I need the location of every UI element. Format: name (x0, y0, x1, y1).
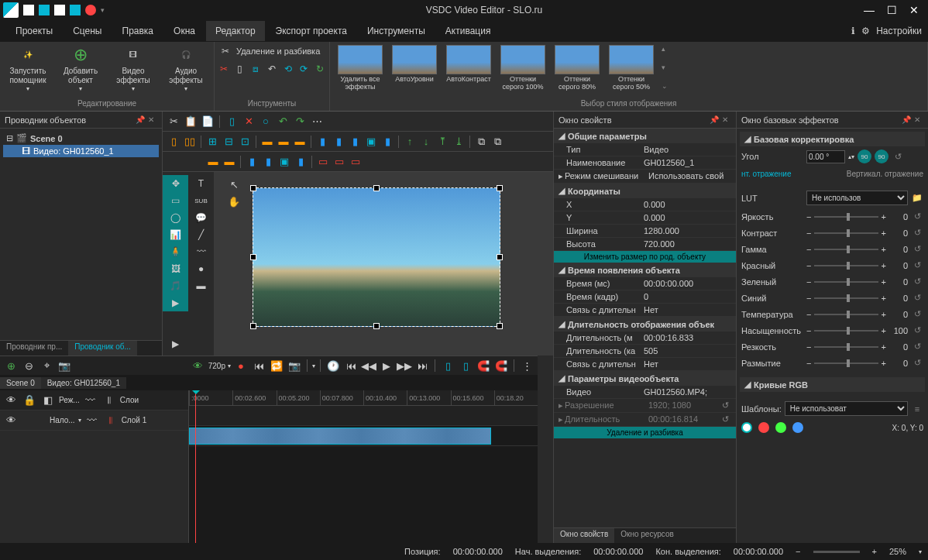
prop-link1[interactable]: Связь с длительнНет (554, 304, 736, 317)
circle-icon[interactable]: ○ (258, 114, 273, 129)
delete-split-label[interactable]: Удаление и разбивка (236, 46, 320, 56)
reset-icon[interactable]: ↺ (911, 211, 923, 222)
paste-icon[interactable]: 📄 (200, 114, 215, 129)
templates-select[interactable]: Не использоват (785, 401, 908, 416)
preview-canvas[interactable]: ↖ ✋ (214, 172, 553, 356)
video-tool-icon[interactable]: ▶ (163, 294, 188, 311)
tl-lock-icon[interactable]: 🔒 (22, 393, 37, 408)
video-clip[interactable] (189, 428, 491, 445)
prop-link2[interactable]: Связь с длительнНет (554, 358, 736, 371)
zoom-slider[interactable] (813, 551, 860, 553)
rgb-white-dot[interactable] (741, 422, 752, 433)
panel-close-icon[interactable]: ✕ (914, 115, 923, 125)
menu-item-7[interactable]: Активация (436, 21, 500, 41)
align-v4-icon[interactable]: ▮ (380, 134, 395, 149)
distribute1-icon[interactable]: ⊞ (205, 134, 220, 149)
pin-icon[interactable]: 📌 (902, 115, 911, 125)
curve-tool-icon[interactable]: 〰 (188, 243, 214, 260)
fx-slider[interactable] (814, 249, 878, 250)
fx-slider[interactable] (814, 281, 878, 283)
align-group1-icon[interactable]: ▯▯ (182, 134, 198, 149)
reset-icon[interactable]: ↺ (911, 293, 923, 303)
delete-split-button[interactable]: Удаление и разбивка (554, 427, 736, 438)
qat-open-icon[interactable] (39, 5, 50, 15)
style-expand-icon[interactable]: ⌄ (662, 82, 668, 90)
reset-icon[interactable]: ↺ (719, 400, 731, 411)
style-thumb-4[interactable]: Оттенки серого 80% (553, 45, 601, 91)
resize-handle[interactable] (497, 185, 503, 191)
reset-icon[interactable]: ↺ (911, 228, 923, 238)
time1-icon[interactable]: ▮ (244, 154, 259, 170)
fx-slider[interactable] (814, 297, 878, 299)
resize-handle[interactable] (373, 323, 380, 329)
tl-track-row[interactable]: 👁 Нало... ▾ 〰 ⦀ Слой 1 (0, 411, 188, 431)
qat-export-icon[interactable] (70, 5, 81, 15)
style-thumb-0[interactable]: Удалить все эффекты (336, 45, 384, 91)
tl-row-wave-icon[interactable]: ⦀ (103, 413, 119, 428)
tl-res-label[interactable]: 720p (208, 362, 225, 370)
rotate-90-ccw-icon[interactable]: 90 (875, 149, 888, 163)
cut-icon[interactable]: ✂ (166, 114, 181, 129)
sel2-icon[interactable]: ▭ (332, 154, 347, 170)
shape-tool-icon[interactable]: ● (188, 260, 214, 277)
time4-icon[interactable]: ▮ (293, 154, 308, 170)
image-tool-icon[interactable]: 🖼 (163, 260, 188, 277)
prop-name[interactable]: НаименованиеGH012560_1 (554, 156, 736, 170)
audio-tool-icon[interactable]: 🎵 (163, 277, 188, 294)
play-icon[interactable]: ▶ (163, 335, 188, 352)
tl-last-icon[interactable]: ⏭ (414, 358, 430, 373)
resize-handle[interactable] (250, 185, 256, 191)
line-tool-icon[interactable]: ╱ (188, 226, 214, 243)
tl-visible-icon[interactable]: 👁 (191, 358, 206, 373)
reset-icon[interactable]: ↺ (911, 325, 923, 335)
prop-height[interactable]: Высота720.000 (554, 238, 736, 251)
arrow-top-icon[interactable]: ⤒ (435, 134, 450, 149)
trim-icon[interactable]: ▯ (234, 61, 247, 77)
reset-icon[interactable]: ↺ (911, 342, 923, 352)
tl-loop-icon[interactable]: 🔁 (269, 358, 284, 373)
panel-close-icon[interactable]: ✕ (722, 115, 731, 125)
section-appear[interactable]: ◢ Время появления объекта (554, 263, 736, 277)
menu-item-0[interactable]: Проекты (6, 21, 62, 41)
distribute2-icon[interactable]: ⊟ (221, 134, 236, 149)
ellipse-tool-icon[interactable]: ◯ (163, 209, 188, 226)
tl-snapshot-icon[interactable]: 📷 (287, 358, 302, 373)
panel-close-icon[interactable]: ✕ (148, 115, 157, 125)
tl-play-icon[interactable]: ▶ (379, 358, 394, 373)
menu-item-2[interactable]: Правка (113, 21, 163, 41)
pin-icon[interactable]: 📌 (710, 115, 719, 125)
expand-icon[interactable]: ⊟ (6, 133, 13, 143)
align-v1-icon[interactable]: ▮ (314, 134, 330, 149)
prop-time-ms[interactable]: Время (мс)00:00:00.000 (554, 277, 736, 290)
group-icon[interactable]: ⧉ (473, 134, 489, 149)
tl-eye-icon[interactable]: 👁 (3, 393, 19, 408)
ungroup-icon[interactable]: ⧉ (490, 134, 505, 149)
rotate-90-cw-icon[interactable]: 90 (858, 149, 871, 163)
time2-icon[interactable]: ▮ (260, 154, 276, 170)
tl-menu-icon[interactable]: ⋮ (519, 358, 534, 373)
reset-icon[interactable]: ↺ (911, 277, 923, 287)
settings-label[interactable]: Настройки (876, 26, 922, 36)
reset-icon[interactable]: ↺ (911, 260, 923, 270)
rotate-270-icon[interactable]: ⟳ (297, 61, 311, 77)
tl-skip-back-icon[interactable]: ⏮ (251, 358, 266, 373)
prop-video-file[interactable]: ВидеоGH012560.MP4; (554, 386, 736, 399)
style-thumb-3[interactable]: Оттенки серого 100% (499, 45, 547, 91)
tl-row-audio-icon[interactable]: 〰 (84, 413, 100, 428)
tl-tab-scene[interactable]: Scene 0 (0, 377, 41, 389)
video-frame[interactable] (253, 187, 500, 327)
qat-dropdown-icon[interactable]: ▾ (101, 6, 105, 14)
resize-handle[interactable] (497, 323, 503, 329)
section-general[interactable]: ◢ Общие параметры (554, 129, 736, 143)
angle-input[interactable] (806, 150, 845, 163)
tab-project-explorer[interactable]: Проводник пр... (0, 341, 68, 356)
qat-new-icon[interactable] (23, 5, 34, 15)
tl-marker1-icon[interactable]: ▯ (440, 358, 455, 373)
arrow-down-icon[interactable]: ↓ (418, 134, 434, 149)
tl-tab-video[interactable]: Видео: GH012560_1 (41, 377, 126, 389)
order1-icon[interactable]: ▬ (205, 154, 221, 170)
menu-item-6[interactable]: Инструменты (358, 21, 435, 41)
menu-item-1[interactable]: Сцены (64, 21, 111, 41)
reset-icon[interactable]: ↺ (911, 244, 923, 254)
align-v2-icon[interactable]: ▮ (331, 134, 346, 149)
